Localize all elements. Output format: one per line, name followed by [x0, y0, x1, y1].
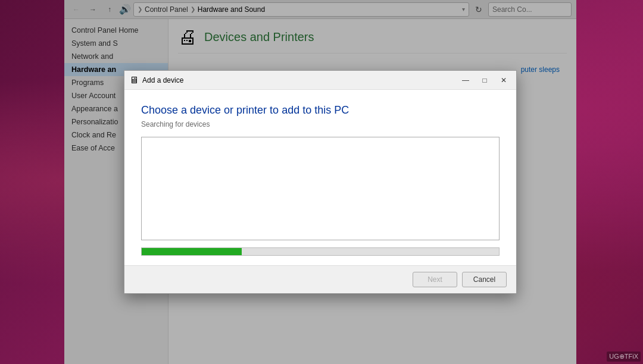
- dialog-heading: Choose a device or printer to add to thi…: [141, 104, 500, 117]
- dialog-overlay: 🖥 Add a device — □ ✕ Choose a device or …: [64, 0, 576, 364]
- dialog-title-icon: 🖥: [129, 75, 139, 86]
- dialog-title-text: Add a device: [142, 76, 454, 84]
- dialog-subtext: Searching for devices: [141, 120, 500, 128]
- dialog-title-bar: 🖥 Add a device — □ ✕: [124, 71, 516, 90]
- dialog-close-button[interactable]: ✕: [496, 74, 511, 86]
- add-device-dialog: 🖥 Add a device — □ ✕ Choose a device or …: [124, 70, 517, 294]
- dialog-body: Choose a device or printer to add to thi…: [124, 90, 516, 265]
- dialog-maximize-button[interactable]: □: [477, 74, 492, 86]
- device-list-box[interactable]: [141, 137, 500, 240]
- next-button[interactable]: Next: [413, 272, 457, 287]
- progress-bar-fill: [142, 248, 242, 255]
- dialog-footer: Next Cancel: [124, 265, 516, 293]
- cancel-button[interactable]: Cancel: [462, 272, 507, 287]
- progress-bar-container: [141, 247, 500, 256]
- dialog-minimize-button[interactable]: —: [458, 74, 473, 86]
- watermark: UG⊕TFiX: [607, 352, 641, 362]
